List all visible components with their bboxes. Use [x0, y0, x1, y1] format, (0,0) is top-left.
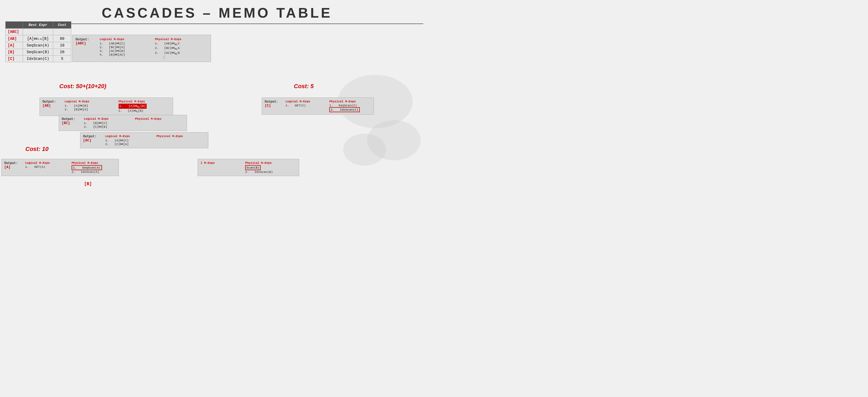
cost-10-label: Cost: 10 [25, 146, 49, 153]
a-card: Output: [A] Logical M-Exps 1. GET(A) Phy… [1, 159, 119, 176]
physical-header: Physical M-Exps [155, 38, 208, 41]
output-label: Output: [75, 38, 97, 41]
memo-col-label [6, 22, 23, 29]
cost-c-label: Cost: 5 [294, 83, 314, 90]
ab-card: Output: [AB] Logical M-Exps 1. [A]⋈[B] 2… [39, 97, 173, 116]
abc-card: Output: [ABC] Logical M-Exps 1. [AB]⋈[C]… [72, 35, 211, 62]
b-label: [B] [84, 182, 92, 186]
cost-ab-label: Cost: 50+(10+20) [59, 83, 106, 90]
memo-col-expr: Best Expr [23, 22, 53, 29]
ac-card: Output: [AC] Logical M-Exps 1. [A]⋈[C] 2… [80, 132, 208, 148]
table-row: [ABC] [6, 29, 71, 35]
c-card: Output: [C] Logical M-Exps 1. GET(C) Phy… [262, 97, 374, 115]
memo-col-cost: Cost [53, 22, 71, 29]
output-value: [ABC] [75, 41, 97, 45]
table-row: [AB] [A]⋈ₛₘ[B] 80 [6, 35, 71, 42]
main-title: CASCADES – MEMO TABLE [0, 0, 434, 24]
b-card-partial: l M-Exps Physical M-Exps Scan(B) 2. IdxS… [198, 159, 299, 176]
table-row: [C] IdxScan(C) 5 [6, 56, 71, 62]
table-row: [A] SeqScan(A) 10 [6, 42, 71, 49]
logical-header: Logical M-Exps [100, 38, 152, 41]
table-row: [B] SeqScan(B) 20 [6, 49, 71, 56]
memo-table: Best Expr Cost [ABC] [AB] [A]⋈ₛₘ[B] 80 [… [5, 21, 71, 62]
bc-card: Output: [BC] Logical M-Exps 1. [B]⋈[C] 2… [59, 115, 187, 131]
